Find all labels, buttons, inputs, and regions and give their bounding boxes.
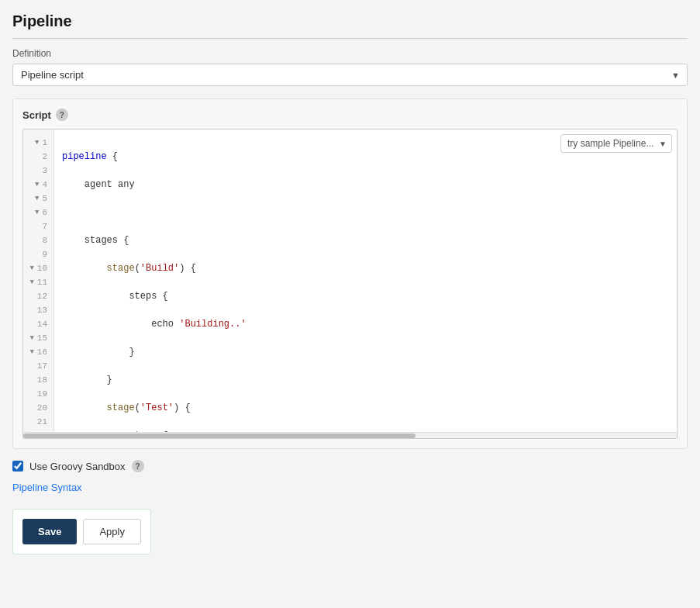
line-num-13: 13 [23, 303, 53, 317]
fold-10[interactable]: ▼ [29, 261, 33, 275]
line-num-20: 20 [23, 401, 53, 415]
fold-15[interactable]: ▼ [29, 331, 33, 345]
line-num-14: 14 [23, 317, 53, 331]
line-num-21: 21 [23, 415, 53, 429]
line-num-3: 3 [23, 164, 53, 178]
line-num-4: ▼4 [23, 178, 53, 192]
fold-6[interactable]: ▼ [35, 206, 39, 219]
script-section: Script ? try sample Pipeline... Hello Wo… [12, 98, 688, 449]
button-bar: Save Apply [12, 509, 151, 554]
fold-16[interactable]: ▼ [29, 345, 33, 359]
code-line-2: agent any [62, 178, 669, 192]
definition-select[interactable]: Pipeline script Pipeline script from SCM [12, 64, 688, 86]
sandbox-row: Use Groovy Sandbox ? [12, 460, 688, 472]
fold-4[interactable]: ▼ [35, 178, 39, 192]
code-content[interactable]: pipeline { agent any stages { stage('Bui… [54, 130, 677, 432]
line-num-9: 9 [23, 247, 53, 261]
script-label: Script [22, 109, 51, 121]
line-num-6: ▼6 [23, 206, 53, 219]
groovy-sandbox-checkbox[interactable] [12, 461, 23, 472]
apply-button[interactable]: Apply [83, 519, 141, 544]
try-sample-select[interactable]: try sample Pipeline... Hello World GitHu… [560, 134, 672, 153]
script-header: Script ? [22, 109, 678, 121]
fold-1[interactable]: ▼ [35, 136, 39, 150]
line-num-12: 12 [23, 289, 53, 303]
line-num-1: ▼1 [23, 136, 53, 150]
code-line-9: } [62, 373, 669, 387]
page-container: Pipeline Definition Pipeline script Pipe… [0, 0, 700, 608]
line-num-18: 18 [23, 373, 53, 387]
line-numbers: ▼1 2 3 ▼4 ▼5 ▼6 7 8 9 ▼10 ▼11 12 13 14 ▼… [23, 130, 54, 432]
fold-11[interactable]: ▼ [29, 275, 33, 289]
code-line-3 [62, 206, 669, 219]
definition-label: Definition [12, 48, 688, 59]
line-num-17: 17 [23, 359, 53, 373]
line-num-7: 7 [23, 219, 53, 233]
line-num-2: 2 [23, 150, 53, 164]
code-area[interactable]: ▼1 2 3 ▼4 ▼5 ▼6 7 8 9 ▼10 ▼11 12 13 14 ▼… [23, 130, 677, 432]
horizontal-scrollbar[interactable] [23, 432, 677, 438]
scrollbar-thumb[interactable] [23, 434, 416, 438]
page-title: Pipeline [12, 12, 688, 39]
line-num-11: ▼11 [23, 275, 53, 289]
sandbox-label: Use Groovy Sandbox [29, 461, 126, 472]
code-editor: try sample Pipeline... Hello World GitHu… [22, 129, 678, 439]
code-line-8: } [62, 345, 669, 359]
sandbox-help-icon[interactable]: ? [132, 460, 144, 472]
definition-select-wrapper: Pipeline script Pipeline script from SCM… [12, 64, 688, 86]
line-num-19: 19 [23, 387, 53, 401]
try-sample-dropdown: try sample Pipeline... Hello World GitHu… [560, 134, 672, 153]
fold-5[interactable]: ▼ [35, 192, 39, 206]
pipeline-syntax-link[interactable]: Pipeline Syntax [12, 482, 82, 493]
script-help-icon[interactable]: ? [56, 109, 68, 121]
line-num-8: 8 [23, 233, 53, 247]
code-line-7: echo 'Building..' [62, 317, 669, 331]
line-num-16: ▼16 [23, 345, 53, 359]
code-line-10: stage('Test') { [62, 401, 669, 415]
code-line-4: stages { [62, 233, 669, 247]
code-line-6: steps { [62, 289, 669, 303]
line-num-10: ▼10 [23, 261, 53, 275]
line-num-15: ▼15 [23, 331, 53, 345]
code-line-5: stage('Build') { [62, 261, 669, 275]
save-button[interactable]: Save [22, 519, 77, 544]
line-num-5: ▼5 [23, 192, 53, 206]
